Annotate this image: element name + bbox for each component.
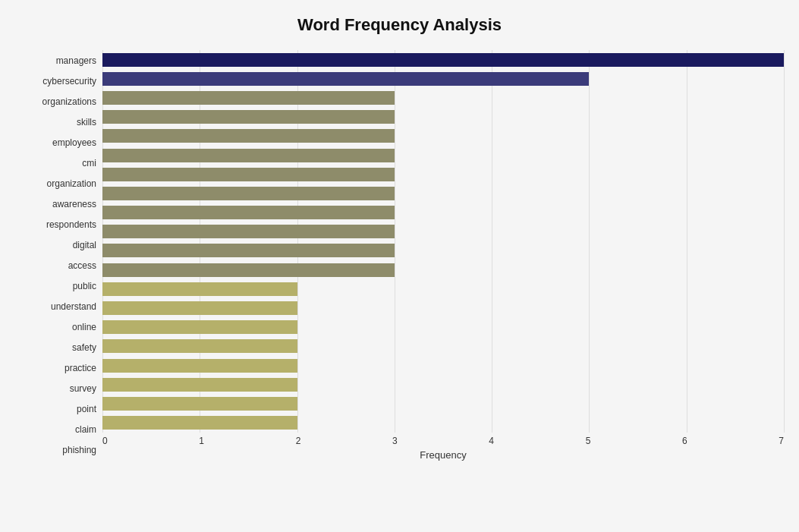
- y-label: cmi: [82, 155, 96, 172]
- y-label: digital: [73, 237, 96, 253]
- y-label: skills: [77, 114, 96, 131]
- y-label: employees: [52, 134, 96, 151]
- bar-row: [102, 395, 784, 412]
- y-label: public: [73, 278, 96, 294]
- x-tick: 4: [489, 436, 494, 446]
- bar-row: [102, 300, 784, 316]
- bar-row: [102, 90, 784, 106]
- bar: [102, 339, 297, 353]
- x-tick: 2: [296, 436, 301, 446]
- x-tick: 6: [682, 436, 687, 446]
- y-label: phishing: [62, 442, 96, 458]
- bar-row: [102, 338, 784, 354]
- grid-line: [589, 50, 590, 433]
- x-ticks: 01234567: [102, 436, 784, 446]
- y-label: claim: [75, 421, 96, 438]
- grid-line: [784, 50, 785, 433]
- bar-row: [102, 281, 784, 297]
- bar-row: [102, 109, 784, 125]
- bar: [102, 72, 589, 86]
- grid-line: [297, 50, 298, 433]
- x-tick: 1: [199, 436, 204, 446]
- bar-row: [102, 185, 784, 202]
- bar-row: [102, 166, 784, 183]
- bar: [102, 206, 395, 219]
- bar: [102, 168, 395, 181]
- y-label: cybersecurity: [42, 73, 96, 90]
- chart-title: Word Frequency Analysis: [15, 15, 784, 35]
- bar: [102, 187, 395, 200]
- y-label: awareness: [52, 196, 96, 212]
- bar: [102, 282, 297, 296]
- y-label: organizations: [42, 93, 96, 110]
- bar-row: [102, 71, 784, 87]
- y-label: safety: [72, 339, 96, 356]
- bar: [102, 320, 297, 334]
- y-label: online: [72, 319, 96, 335]
- bar: [102, 397, 297, 411]
- grid-line: [200, 50, 200, 433]
- bar-row: [102, 262, 784, 279]
- bar-row: [102, 147, 784, 164]
- bars-section: 01234567 Frequency: [102, 50, 784, 461]
- y-label: organization: [47, 175, 96, 192]
- bar-row: [102, 223, 784, 240]
- y-label: survey: [70, 380, 96, 397]
- bar-row: [102, 376, 784, 393]
- bar-row: [102, 357, 784, 374]
- y-label: respondents: [46, 216, 96, 233]
- bar: [102, 378, 297, 392]
- y-label: understand: [51, 298, 96, 315]
- grid-line: [687, 50, 687, 433]
- y-labels: managerscybersecurityorganizationsskills…: [15, 50, 102, 461]
- bar: [102, 301, 297, 315]
- y-label: managers: [56, 52, 96, 69]
- y-label: point: [77, 401, 96, 417]
- bar: [102, 244, 395, 257]
- bar: [102, 225, 395, 238]
- x-axis-area: 01234567 Frequency: [102, 436, 784, 461]
- bar-row: [102, 242, 784, 259]
- bar: [102, 149, 395, 162]
- bar-row: [102, 204, 784, 221]
- bar: [102, 416, 297, 430]
- x-tick: 0: [102, 436, 108, 446]
- bar-row: [102, 52, 784, 68]
- bar: [102, 53, 784, 67]
- bars-wrapper: [102, 50, 784, 433]
- grid-line: [395, 50, 395, 433]
- x-tick: 3: [392, 436, 398, 446]
- grid-lines: [102, 50, 784, 433]
- x-tick: 7: [779, 436, 784, 446]
- x-axis-label: Frequency: [102, 449, 784, 461]
- bar: [102, 263, 395, 277]
- y-label: practice: [64, 360, 96, 376]
- bar-row: [102, 414, 784, 431]
- bar-row: [102, 127, 784, 144]
- bar: [102, 91, 395, 105]
- bar: [102, 129, 395, 143]
- bar: [102, 359, 297, 373]
- y-label: access: [68, 257, 96, 274]
- bar: [102, 110, 395, 124]
- x-tick: 5: [586, 436, 591, 446]
- chart-container: Word Frequency Analysis managerscybersec…: [0, 0, 799, 532]
- grid-line: [102, 50, 103, 433]
- bar-row: [102, 319, 784, 335]
- grid-line: [492, 50, 492, 433]
- chart-area: managerscybersecurityorganizationsskills…: [15, 50, 784, 461]
